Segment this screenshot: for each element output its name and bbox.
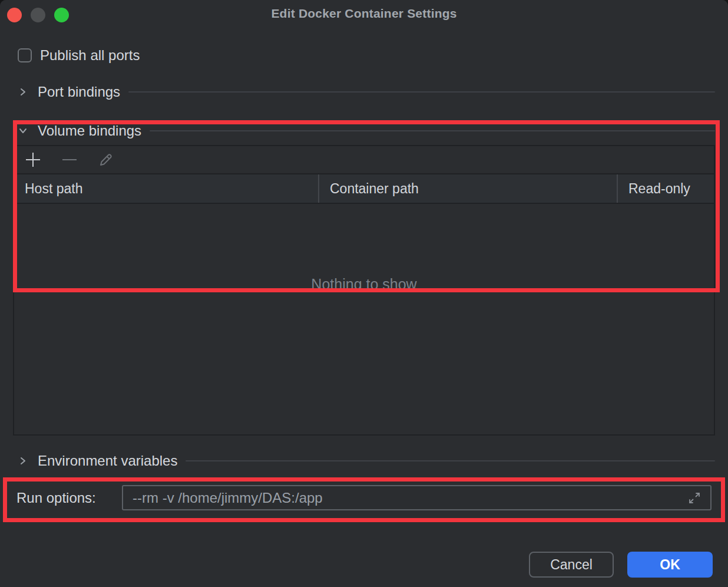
section-port-bindings[interactable]: Port bindings <box>18 83 715 101</box>
add-button[interactable] <box>24 150 42 169</box>
chevron-right-icon <box>18 456 28 466</box>
column-header-host-path[interactable]: Host path <box>14 174 318 203</box>
ok-button[interactable]: OK <box>627 552 713 578</box>
cancel-button[interactable]: Cancel <box>529 552 614 578</box>
publish-all-ports-row: Publish all ports <box>18 47 140 64</box>
title-bar: Edit Docker Container Settings <box>0 0 728 28</box>
pencil-icon <box>98 152 114 167</box>
section-divider <box>186 460 715 461</box>
run-options-input[interactable] <box>122 485 712 510</box>
remove-button[interactable] <box>60 150 79 169</box>
edit-button[interactable] <box>97 150 115 169</box>
dialog-edit-docker-container-settings: Edit Docker Container Settings Publish a… <box>0 0 728 587</box>
run-options-label: Run options: <box>16 490 96 506</box>
chevron-right-icon <box>18 87 28 97</box>
volume-table-header: Host path Container path Read-only <box>14 174 714 204</box>
section-environment-variables[interactable]: Environment variables <box>18 452 715 470</box>
volume-bindings-panel: Host path Container path Read-only Nothi… <box>13 145 715 436</box>
section-port-bindings-label: Port bindings <box>38 84 120 100</box>
expand-field-button[interactable] <box>686 490 703 506</box>
section-volume-bindings[interactable]: Volume bindings <box>18 122 715 140</box>
section-environment-variables-label: Environment variables <box>38 453 177 469</box>
section-divider <box>128 91 715 93</box>
empty-table-text: Nothing to show <box>14 276 714 293</box>
publish-all-ports-checkbox[interactable] <box>18 48 32 62</box>
dialog-title: Edit Docker Container Settings <box>0 6 728 21</box>
section-volume-bindings-label: Volume bindings <box>38 123 141 139</box>
chevron-down-icon <box>18 126 28 136</box>
volume-table-body[interactable]: Nothing to show <box>14 204 714 433</box>
plus-icon <box>25 151 41 168</box>
column-header-read-only[interactable]: Read-only <box>617 174 714 203</box>
volume-bindings-toolbar <box>14 146 714 174</box>
minus-icon <box>61 151 78 168</box>
expand-diagonal-icon <box>687 491 701 505</box>
column-header-container-path[interactable]: Container path <box>318 174 617 203</box>
publish-all-ports-label[interactable]: Publish all ports <box>40 47 140 64</box>
section-divider <box>150 130 715 131</box>
